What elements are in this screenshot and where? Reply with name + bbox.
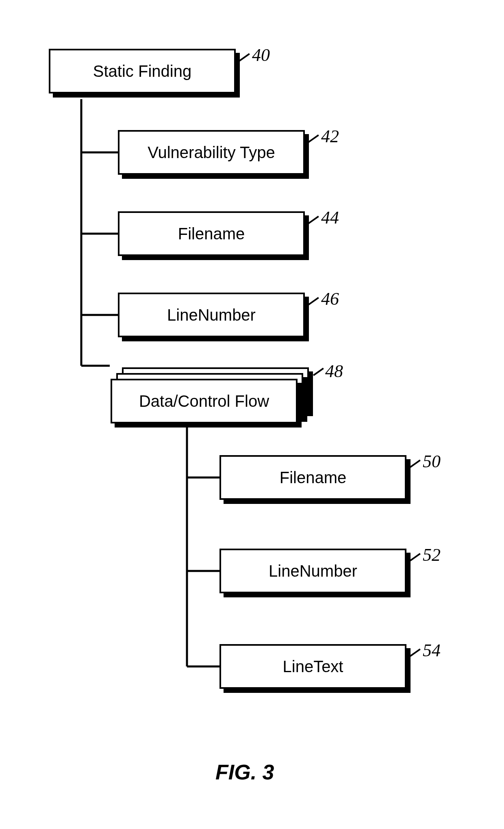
diagram-canvas: Static Finding 40 Vulnerability Type 42 …	[0, 0, 504, 829]
node-linetext-label: LineText	[283, 658, 343, 675]
node-filename-2: Filename	[219, 455, 406, 500]
node-filename-1: Filename	[118, 211, 305, 256]
node-filename-1-label: Filename	[178, 225, 245, 243]
node-dataflow: Data/Control Flow	[111, 379, 298, 423]
node-vulnerability-type: Vulnerability Type	[118, 130, 305, 175]
ref-48: 48	[325, 361, 343, 382]
ref-52: 52	[423, 545, 441, 565]
ref-42: 42	[321, 126, 339, 147]
node-linenumber-2-label: LineNumber	[269, 562, 357, 580]
ref-44: 44	[321, 207, 339, 228]
ref-46: 46	[321, 289, 339, 309]
ref-50: 50	[423, 451, 441, 472]
node-dataflow-label: Data/Control Flow	[139, 392, 269, 410]
node-linenumber-1-label: LineNumber	[167, 306, 256, 324]
figure-caption: FIG. 3	[215, 760, 274, 784]
node-filename-2-label: Filename	[280, 469, 347, 486]
ref-54: 54	[423, 640, 441, 661]
node-linenumber-2: LineNumber	[219, 549, 406, 593]
node-linenumber-1: LineNumber	[118, 293, 305, 337]
node-linetext: LineText	[219, 644, 406, 689]
node-vulnerability-type-label: Vulnerability Type	[148, 143, 275, 161]
